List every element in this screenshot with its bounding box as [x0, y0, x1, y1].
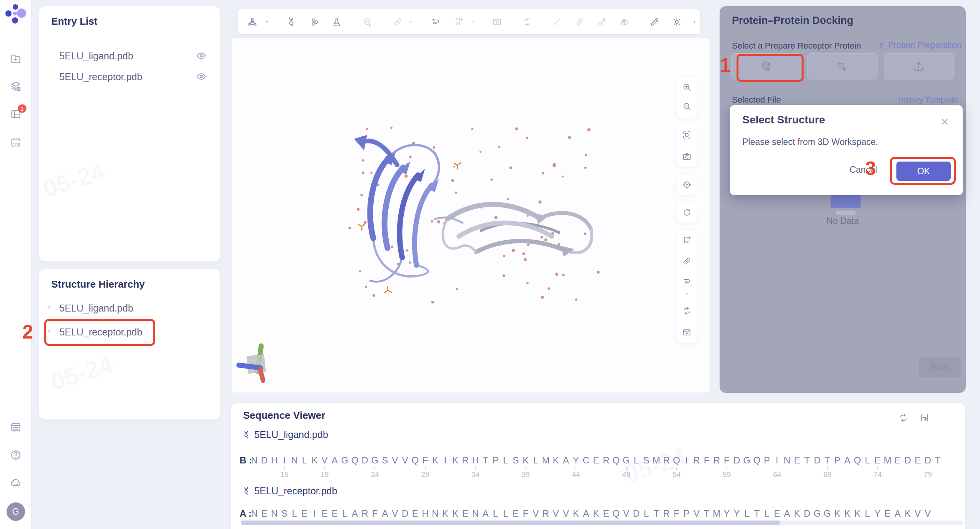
caret-left-icon[interactable] — [692, 19, 698, 25]
bookmark-plus-icon[interactable] — [453, 17, 464, 27]
visibility-eye-icon[interactable] — [196, 51, 206, 61]
residue-tick: 59 — [722, 467, 732, 479]
residue-tick: 34 — [470, 467, 480, 479]
job-folder-icon[interactable]: JOB — [10, 137, 22, 149]
gear-icon[interactable] — [672, 17, 682, 27]
caret-down-icon[interactable] — [470, 19, 476, 25]
bookmark-plus-icon[interactable] — [682, 236, 692, 245]
hexagons-icon[interactable] — [310, 17, 321, 27]
molecule-icon[interactable] — [247, 17, 258, 27]
list-lines-icon[interactable] — [10, 421, 22, 433]
docking-panel-title: Protein–Protein Docking — [732, 15, 853, 27]
selected-file-label: Selected File — [732, 95, 781, 105]
dna-icon[interactable] — [286, 17, 297, 27]
fit-icon[interactable] — [682, 130, 692, 140]
flask-icon[interactable] — [332, 17, 342, 27]
docking-panel-subtitle: Select a Prepare Receptor Protein — [732, 41, 861, 51]
swap-icon[interactable] — [522, 17, 532, 27]
sequence-file-name: 5ELU_receptor.pdb — [254, 485, 337, 497]
sequence-viewer-title: Sequence Viewer — [243, 409, 325, 421]
route-icon[interactable] — [431, 17, 441, 27]
cloud-check-icon[interactable] — [10, 477, 22, 489]
close-icon[interactable] — [940, 117, 950, 126]
history-template-link[interactable]: History Template — [898, 95, 958, 104]
modal-title: Select Structure — [742, 114, 825, 126]
sequence-entry-header[interactable]: 5ELU_receptor.pdb — [242, 485, 337, 497]
annotation-box-3 — [890, 157, 956, 185]
map-icon[interactable] — [682, 328, 692, 337]
circles-icon[interactable] — [619, 17, 630, 27]
structure-hierarchy-title: Structure Hierarchy — [51, 278, 145, 290]
residue-tick: 79 — [923, 467, 933, 479]
viewer-tool-group — [677, 175, 697, 195]
sequence-scrollbar[interactable] — [241, 521, 963, 525]
balloon-icon[interactable] — [597, 17, 607, 27]
help-icon[interactable] — [10, 449, 22, 461]
user-avatar[interactable]: G — [7, 502, 25, 521]
wrap-icon[interactable] — [919, 413, 930, 423]
camera-icon[interactable] — [682, 152, 692, 162]
residue-tick: 39 — [521, 467, 531, 479]
upload-button[interactable] — [884, 53, 954, 79]
sequence-entry-header[interactable]: 5ELU_ligand.pdb — [242, 429, 328, 440]
app-logo[interactable] — [5, 3, 27, 25]
annotation-number-2: 2 — [22, 322, 33, 342]
caret-down-icon[interactable] — [408, 19, 414, 25]
caret-down-icon[interactable] — [684, 291, 690, 297]
line-icon[interactable] — [552, 17, 562, 27]
sequence-file-name: 5ELU_ligand.pdb — [254, 429, 328, 440]
zoom-out-icon[interactable] — [682, 102, 692, 111]
crosshair-icon[interactable] — [682, 180, 692, 190]
panel-layout-icon[interactable]: 1 — [10, 108, 22, 120]
app-sidebar: 1JOB G — [0, 0, 32, 529]
next-button[interactable]: Next — [919, 357, 961, 377]
workspace-3d-canvas[interactable] — [231, 37, 710, 393]
protein-structure-render — [232, 38, 710, 393]
pencil-icon[interactable] — [649, 17, 660, 27]
svg-text:JOB: JOB — [12, 143, 20, 147]
viewer-tool-group — [677, 230, 697, 343]
sequence-scrollbar-thumb[interactable] — [241, 521, 780, 525]
entry-list-panel: Entry List 5ELU_ligand.pdb5ELU_receptor.… — [39, 6, 220, 261]
route-icon[interactable] — [682, 277, 692, 286]
target-cursor-icon[interactable] — [362, 17, 373, 27]
annotation-box-2 — [44, 319, 155, 346]
residue-tick: 19 — [320, 467, 330, 479]
parallel-icon[interactable] — [574, 17, 585, 27]
entry-list-item[interactable]: 5ELU_ligand.pdb — [39, 49, 220, 63]
residue-letters-row: NDHINLKVAGQDGSVVQFKIKRHTPLSKLMKAYCERQGLS… — [249, 455, 943, 466]
viewer-tool-group — [677, 77, 697, 118]
expand-caret-icon[interactable] — [46, 304, 52, 310]
swap-icon[interactable] — [898, 413, 909, 423]
folder-plus-icon[interactable] — [10, 53, 22, 65]
obscured-select-button[interactable] — [831, 194, 861, 208]
capsule-icon[interactable] — [682, 256, 692, 266]
residue-tick: 64 — [772, 467, 782, 479]
visibility-eye-icon[interactable] — [196, 71, 206, 82]
protein-preparation-link[interactable]: Protein Preparation — [877, 40, 961, 50]
viewer-toolbar — [238, 9, 700, 34]
swap-icon[interactable] — [682, 306, 692, 316]
hierarchy-tree-item[interactable]: 5ELU_ligand.pdb — [39, 302, 220, 315]
map-icon[interactable] — [492, 17, 502, 27]
residue-tick: 29 — [420, 467, 430, 479]
list-select-button[interactable] — [807, 53, 878, 79]
viewer-tool-group — [677, 202, 697, 222]
capsule-icon[interactable] — [393, 17, 403, 27]
residue-tick: 24 — [370, 467, 380, 479]
viewer-tool-group — [677, 125, 697, 167]
entry-file-name[interactable]: 5ELU_receptor.pdb — [59, 71, 142, 83]
layers-flask-icon[interactable] — [10, 81, 22, 93]
entry-file-name[interactable]: 5ELU_ligand.pdb — [59, 51, 133, 62]
entry-list-title: Entry List — [51, 15, 97, 27]
modal-message: Please select from 3D Workspace. — [742, 137, 878, 147]
hierarchy-file-name[interactable]: 5ELU_ligand.pdb — [59, 303, 133, 314]
refresh-icon[interactable] — [682, 208, 692, 217]
caret-down-icon[interactable] — [264, 19, 270, 25]
zoom-in-icon[interactable] — [682, 83, 692, 92]
residue-tick: 74 — [873, 467, 883, 479]
ligand-ribbon — [354, 135, 439, 282]
sequence-viewer-panel: Sequence Viewer 5ELU_ligand.pdbB :NDHINL… — [231, 403, 965, 529]
entry-list-item[interactable]: 5ELU_receptor.pdb — [39, 70, 220, 84]
notification-badge: 1 — [18, 104, 26, 113]
